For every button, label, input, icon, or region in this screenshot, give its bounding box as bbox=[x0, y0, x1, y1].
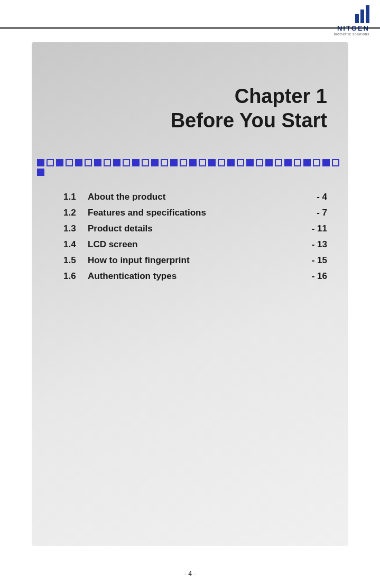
dot-6 bbox=[85, 159, 92, 166]
logo-area: NITGEN biometric solutions bbox=[334, 5, 369, 36]
toc-item-title: Features and specifications bbox=[88, 208, 206, 218]
toc-item: 1.1 About the product - 4 bbox=[63, 192, 327, 202]
dot-12 bbox=[142, 159, 149, 166]
toc-item-page: - 7 bbox=[317, 208, 327, 218]
toc-item-page: - 4 bbox=[317, 192, 327, 202]
dot-4 bbox=[66, 159, 73, 166]
dot-3 bbox=[56, 159, 63, 166]
dot-16 bbox=[180, 159, 187, 166]
chapter-title-section: Chapter 1 Before You Start bbox=[32, 42, 348, 154]
dot-24 bbox=[256, 159, 263, 166]
toc-item-page: - 15 bbox=[312, 255, 327, 266]
toc-item: 1.5 How to input fingerprint - 15 bbox=[63, 255, 327, 266]
dot-9 bbox=[113, 159, 121, 166]
toc-item-number: 1.1 bbox=[63, 192, 79, 202]
dot-33 bbox=[37, 169, 44, 176]
logo-bar-1 bbox=[355, 14, 359, 23]
dot-25 bbox=[265, 159, 273, 166]
dot-13 bbox=[151, 159, 159, 166]
logo-tagline-text: biometric solutions bbox=[334, 32, 369, 36]
dot-21 bbox=[227, 159, 235, 166]
dotted-divider bbox=[32, 159, 348, 176]
dot-29 bbox=[303, 159, 311, 166]
dot-1 bbox=[37, 159, 44, 166]
chapter-title: Chapter 1 Before You Start bbox=[53, 85, 327, 133]
logo-icon bbox=[355, 5, 369, 23]
dot-31 bbox=[322, 159, 330, 166]
dot-10 bbox=[123, 159, 130, 166]
toc-item-title: How to input fingerprint bbox=[88, 255, 190, 266]
toc-item-title: Authentication types bbox=[88, 271, 177, 282]
dot-20 bbox=[218, 159, 225, 166]
page-number: - 4 - bbox=[184, 570, 196, 577]
dot-7 bbox=[94, 159, 101, 166]
dot-14 bbox=[161, 159, 168, 166]
toc-item-left: 1.2 Features and specifications bbox=[63, 208, 206, 218]
toc-item-number: 1.2 bbox=[63, 208, 79, 218]
toc-section: 1.1 About the product - 4 1.2 Features a… bbox=[32, 181, 348, 297]
toc-item-left: 1.4 LCD screen bbox=[63, 239, 137, 250]
dot-32 bbox=[332, 159, 339, 166]
toc-item-left: 1.3 Product details bbox=[63, 223, 153, 234]
dot-11 bbox=[132, 159, 140, 166]
toc-item-number: 1.5 bbox=[63, 255, 79, 266]
content-box: Chapter 1 Before You Start bbox=[32, 42, 348, 546]
toc-item-page: - 13 bbox=[312, 239, 327, 250]
toc-item-page: - 16 bbox=[312, 271, 327, 282]
dot-15 bbox=[170, 159, 178, 166]
dot-5 bbox=[75, 159, 82, 166]
dot-2 bbox=[47, 159, 54, 166]
toc-item: 1.6 Authentication types - 16 bbox=[63, 271, 327, 282]
logo-bar-2 bbox=[360, 10, 364, 23]
toc-item: 1.3 Product details - 11 bbox=[63, 223, 327, 234]
toc-item-title: Product details bbox=[88, 223, 153, 234]
dot-18 bbox=[199, 159, 206, 166]
toc-item: 1.2 Features and specifications - 7 bbox=[63, 208, 327, 218]
toc-item-left: 1.1 About the product bbox=[63, 192, 165, 202]
dot-30 bbox=[313, 159, 320, 166]
toc-item-title: About the product bbox=[88, 192, 165, 202]
toc-item-left: 1.5 How to input fingerprint bbox=[63, 255, 190, 266]
toc-item-title: LCD screen bbox=[88, 239, 137, 250]
toc-item-left: 1.6 Authentication types bbox=[63, 271, 177, 282]
chapter-title-line1: Chapter 1 bbox=[53, 85, 327, 109]
toc-item-number: 1.3 bbox=[63, 223, 79, 234]
dot-28 bbox=[294, 159, 301, 166]
toc-item: 1.4 LCD screen - 13 bbox=[63, 239, 327, 250]
chapter-title-line2: Before You Start bbox=[53, 109, 327, 133]
logo-bar-3 bbox=[366, 5, 369, 23]
dot-17 bbox=[189, 159, 197, 166]
toc-item-number: 1.6 bbox=[63, 271, 79, 282]
toc-item-page: - 11 bbox=[312, 223, 327, 234]
dot-8 bbox=[104, 159, 111, 166]
toc-item-number: 1.4 bbox=[63, 239, 79, 250]
top-border-line bbox=[0, 27, 380, 29]
dot-26 bbox=[275, 159, 282, 166]
dot-19 bbox=[208, 159, 216, 166]
dot-27 bbox=[284, 159, 292, 166]
dot-23 bbox=[246, 159, 254, 166]
dot-22 bbox=[237, 159, 244, 166]
